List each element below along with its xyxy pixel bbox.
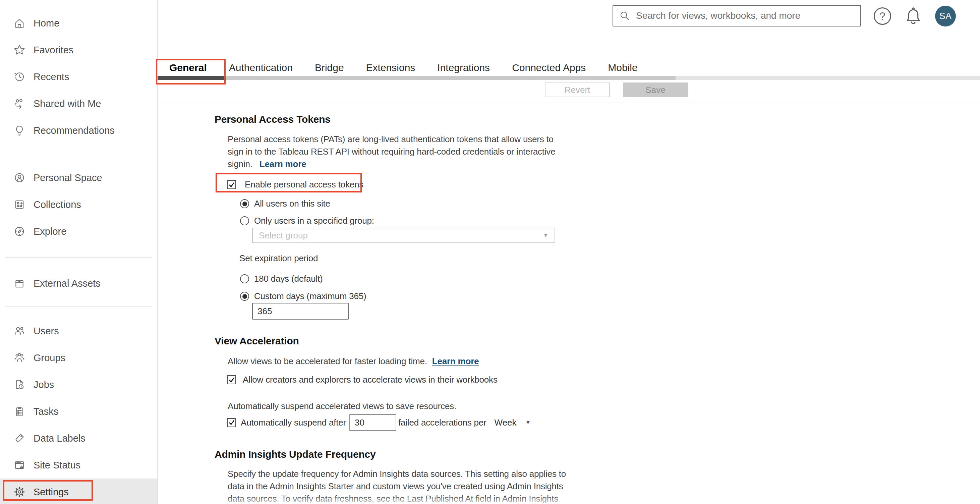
groups-icon (13, 352, 25, 364)
search-input[interactable] (635, 10, 854, 21)
admin-insights-description-line: Specify the update frequency for Admin I… (228, 469, 566, 479)
drawer-box-icon (13, 277, 25, 289)
auto-suspend-row: Automatically suspend after failed accel… (227, 414, 531, 431)
sidebar-divider (5, 154, 152, 154)
auto-suspend-prefix: Automatically suspend after (241, 418, 346, 428)
sidebar-item-label: Data Labels (33, 433, 86, 444)
history-clock-icon (13, 71, 25, 83)
sidebar-item-site-status[interactable]: Site Status (0, 452, 157, 479)
expiration-label: Set expiration period (239, 253, 318, 264)
pat-description-end: signin. (228, 159, 253, 169)
custom-days-radio-row: Custom days (maximum 365) (240, 291, 366, 302)
gear-icon (13, 486, 25, 498)
revert-button[interactable]: Revert (545, 83, 610, 97)
tab-mobile[interactable]: Mobile (608, 62, 637, 73)
sidebar-item-recents[interactable]: Recents (0, 64, 157, 90)
sidebar-item-label: Settings (33, 487, 69, 498)
avatar-initials: SA (939, 11, 951, 21)
home-icon (13, 17, 25, 29)
sidebar-item-label: Site Status (33, 460, 81, 471)
pat-learn-more-link[interactable]: Learn more (259, 159, 306, 169)
sidebar: Home Favorites Recents Shared with Me Re… (0, 0, 158, 504)
help-button[interactable]: ? (874, 7, 891, 25)
sidebar-item-favorites[interactable]: Favorites (0, 37, 157, 64)
sidebar-item-collections[interactable]: Collections (0, 191, 157, 218)
sidebar-item-recommendations[interactable]: Recommendations (0, 117, 157, 144)
view-acceleration-title: View Acceleration (215, 335, 299, 347)
specified-group-radio[interactable] (240, 216, 249, 225)
tableau-settings-page: { "topbar": { "search_placeholder": "Sea… (0, 0, 980, 504)
admin-insights-description-line: data sources. To verify data freshness, … (228, 494, 558, 504)
tab-active-underline (156, 76, 226, 80)
tab-integrations[interactable]: Integrations (437, 62, 490, 73)
enable-pat-label: Enable personal access tokens (245, 180, 363, 190)
all-users-radio[interactable] (240, 199, 249, 208)
pat-description-line: sign in to the Tableau REST API without … (228, 146, 555, 157)
collections-grid-icon (13, 199, 25, 211)
custom-days-radio[interactable] (240, 292, 249, 301)
user-avatar[interactable]: SA (935, 6, 956, 27)
all-users-radio-row: All users on this site (240, 199, 330, 209)
admin-insights-title: Admin Insights Update Frequency (215, 449, 376, 460)
chevron-down-icon[interactable]: ▼ (525, 419, 531, 426)
sidebar-item-label: Tasks (33, 406, 58, 417)
sidebar-item-data-labels[interactable]: Data Labels (0, 425, 157, 452)
help-icon: ? (880, 10, 885, 22)
sidebar-item-label: Groups (33, 353, 65, 364)
view-acceleration-description-text: Allow views to be accelerated for faster… (228, 356, 427, 366)
sidebar-item-shared-with-me[interactable]: Shared with Me (0, 90, 157, 117)
suspend-period-value[interactable]: Week (495, 418, 517, 428)
custom-days-input[interactable] (252, 303, 349, 320)
pat-description-line: Personal access tokens (PATs) are long-l… (228, 134, 554, 145)
sidebar-item-label: Favorites (33, 45, 73, 56)
sidebar-item-groups[interactable]: Groups (0, 344, 157, 371)
sidebar-item-users[interactable]: Users (0, 318, 157, 344)
search-icon (619, 10, 630, 21)
sidebar-item-external-assets[interactable]: External Assets (0, 270, 157, 297)
sidebar-item-explore[interactable]: Explore (0, 218, 157, 245)
tab-authentication[interactable]: Authentication (229, 62, 293, 73)
specified-group-radio-row: Only users in a specified group: (240, 216, 374, 226)
enable-pat-row: Enable personal access tokens (227, 180, 363, 190)
specified-group-label: Only users in a specified group: (254, 216, 374, 226)
lightbulb-icon (13, 124, 25, 137)
sidebar-item-settings[interactable]: Settings (0, 479, 157, 504)
users-icon (13, 325, 25, 337)
settings-tab-bar: General Authentication Bridge Extensions… (169, 62, 638, 73)
allow-acceleration-checkbox[interactable] (227, 375, 236, 384)
status-window-icon (13, 459, 25, 471)
sidebar-item-home[interactable]: Home (0, 10, 157, 37)
sidebar-item-label: Recents (33, 72, 69, 83)
document-clock-icon (13, 378, 25, 391)
expiration-label-row: Set expiration period (239, 253, 318, 264)
suspend-count-input[interactable] (349, 414, 396, 431)
notifications-button[interactable] (903, 6, 923, 26)
sidebar-item-jobs[interactable]: Jobs (0, 371, 157, 398)
sidebar-item-label: External Assets (33, 278, 100, 289)
tab-bridge[interactable]: Bridge (315, 62, 344, 73)
sidebar-item-label: Shared with Me (33, 98, 101, 109)
tab-connected-apps[interactable]: Connected Apps (512, 62, 586, 73)
auto-suspend-suffix: failed accelerations per (398, 418, 487, 428)
sidebar-divider (5, 257, 152, 258)
chevron-down-icon: ▼ (543, 232, 549, 239)
clipboard-list-icon (13, 405, 25, 418)
auto-suspend-checkbox[interactable] (227, 418, 236, 427)
sidebar-item-label: Personal Space (33, 172, 102, 183)
allow-acceleration-row: Allow creators and explorers to accelera… (227, 375, 498, 385)
days-180-radio[interactable] (240, 274, 249, 283)
tab-extensions[interactable]: Extensions (366, 62, 415, 73)
compass-icon (13, 225, 25, 237)
enable-pat-checkbox[interactable] (227, 180, 236, 189)
view-acceleration-learn-more-link[interactable]: Learn more (432, 356, 479, 366)
shared-with-me-icon (13, 98, 25, 110)
sidebar-item-tasks[interactable]: Tasks (0, 398, 157, 425)
sidebar-item-personal-space[interactable]: Personal Space (0, 164, 157, 191)
group-select-placeholder: Select group (259, 231, 543, 241)
group-select-dropdown[interactable]: Select group ▼ (252, 228, 555, 243)
sidebar-item-label: Recommendations (33, 125, 115, 136)
sidebar-item-label: Explore (33, 226, 66, 237)
save-button[interactable]: Save (623, 83, 688, 97)
suspend-description: Automatically suspend accelerated views … (228, 401, 456, 412)
tab-general[interactable]: General (169, 62, 207, 73)
